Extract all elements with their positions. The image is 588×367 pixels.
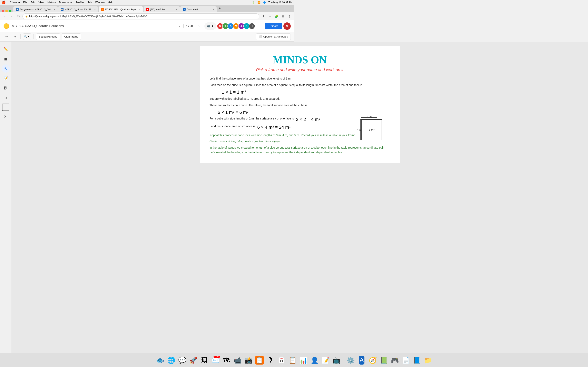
formula-1-text: 1 × 1 = 1 m² [222, 90, 246, 95]
menu-file[interactable]: File [23, 1, 27, 4]
tab-label-2: MBF3C1-3_Virtual SS-222... [65, 8, 93, 11]
overflow-menu-button[interactable]: ⋮ [257, 23, 263, 29]
sticky-note-tool[interactable]: 📝 [2, 74, 10, 82]
meet-label: ▼ [211, 25, 214, 27]
tab-label-3: MBF3C- U3A1-Quadratic Equa... [105, 8, 138, 11]
extensions-icon[interactable]: 🧩 [274, 13, 279, 19]
tab-favicon-3: J [101, 8, 104, 11]
para-1: Let's find the surface area of a cube th… [209, 76, 294, 81]
app-bar-right: 📹 ▼ S T A M J K +3 ⋮ ↑ Share S [204, 22, 291, 30]
menu-window[interactable]: Window [95, 1, 104, 4]
zoom-control[interactable]: 🔍 ▼ [23, 33, 31, 40]
open-on-jamboard-button[interactable]: ⬜ Open on a Jamboard [256, 33, 291, 40]
profile-icon[interactable]: ⊞ [280, 13, 286, 19]
menu-help[interactable]: Help [108, 1, 113, 4]
more-menu-icon[interactable]: ⋮ [287, 13, 292, 19]
menu-history[interactable]: History [47, 1, 56, 4]
user-avatar[interactable]: S [283, 22, 291, 30]
jamboard-logo: 🟡 [3, 23, 9, 29]
zoom-dropdown-icon: ▼ [27, 35, 30, 38]
app-title: MBF3C- U3A1-Quadratic Equations [12, 24, 174, 28]
open-jamboard-icon: ⬜ [259, 35, 262, 38]
share-icon: ↑ [268, 25, 270, 28]
menu-tab[interactable]: Tab [87, 1, 92, 4]
new-tab-button[interactable]: + [217, 6, 223, 11]
formula-4-text: 6 × 4 m² = 24 m² [257, 125, 291, 130]
tab-virtual-ss[interactable]: 📋 MBF3C1-3_Virtual SS-222... × [58, 6, 98, 12]
para-3: Square with sides labelled as 1 m, area … [209, 96, 294, 101]
undo-button[interactable]: ↩ [3, 33, 10, 40]
menu-view[interactable]: View [38, 1, 44, 4]
tab-close-2[interactable]: × [94, 8, 96, 11]
traffic-light-minimize[interactable] [5, 10, 8, 12]
zoom-icon: 🔍 [24, 35, 27, 38]
jamboard-frame[interactable]: MINDS ON Pick a frame and write your nam… [200, 46, 294, 163]
para-4: There are six faces on a cube. Therefore… [209, 103, 294, 108]
menu-edit[interactable]: Edit [31, 1, 35, 4]
traffic-light-close[interactable] [2, 10, 4, 12]
tab-close-4[interactable]: × [176, 8, 177, 11]
bookmark-star-icon[interactable]: ☆ [267, 13, 273, 19]
pen-tool[interactable]: ✏️ [2, 45, 10, 53]
tab-jamboard-active[interactable]: J MBF3C- U3A1-Quadratic Equa... × [98, 6, 143, 12]
main-content-area: MINDS ON Pick a frame and write your nam… [11, 42, 294, 184]
tab-youtube[interactable]: ▶ (717) YouTube × [143, 6, 180, 12]
formula-2-text: 6 × 1 m² = 6 m² [218, 110, 248, 115]
shape-tool[interactable]: ○ [2, 94, 10, 102]
menubar: 🍎 Chrome File Edit View History Bookmark… [0, 0, 294, 5]
frame-title: MINDS ON [209, 54, 294, 66]
frame-navigation: ‹ 1 / 20 › [177, 23, 202, 29]
toolbar-separator-1 [20, 34, 21, 39]
para-6-area: , and the surface area of six faces is 6… [209, 124, 294, 131]
formula-1-area: 1 × 1 = 1 m² [222, 90, 294, 95]
address-bar[interactable]: 🔒 https://jamboard.google.com/d/1qdLfc2e… [22, 13, 259, 19]
image-tool[interactable]: 🖼 [2, 84, 10, 92]
toolbar-separator-2 [34, 34, 34, 39]
tab-label-1: Assignments - MBF3C1-3_ Virt... [20, 8, 53, 11]
tab-label-5: Dashboard [187, 8, 212, 11]
select-tool[interactable]: ↖ [2, 64, 10, 73]
tab-bar: 📋 Assignments - MBF3C1-3_ Virt... × 📋 MB… [0, 5, 294, 12]
menubar-datetime: Thu May 11 10:32 AM [268, 1, 292, 4]
open-jamboard-label: Open on a Jamboard [263, 35, 288, 38]
traffic-light-fullscreen[interactable] [9, 10, 11, 12]
tab-close-3[interactable]: × [139, 8, 141, 11]
next-frame-button[interactable]: › [196, 23, 202, 29]
security-lock-icon: 🔒 [25, 15, 28, 17]
avatar-more: +3 [249, 23, 255, 29]
clear-frame-button[interactable]: Clear frame [62, 33, 81, 40]
share-button[interactable]: ↑ Share [265, 23, 282, 29]
menu-chrome[interactable]: Chrome [10, 1, 20, 4]
textbox-tool[interactable] [2, 104, 9, 111]
para-2: Each face on the cube is a square. Since… [209, 83, 294, 87]
eraser-tool[interactable]: ◼ [2, 55, 10, 63]
nav-bar: ‹ › ↻ 🔒 https://jamboard.google.com/d/1q… [0, 12, 294, 20]
refresh-button[interactable]: ↻ [16, 13, 21, 19]
toolbar-right: ⬜ Open on a Jamboard [256, 33, 291, 40]
tab-assignments[interactable]: 📋 Assignments - MBF3C1-3_ Virt... × [13, 6, 58, 12]
tab-dashboard[interactable]: ★ Dashboard × [180, 6, 217, 12]
address-url-text: https://jamboard.google.com/d/1qdLfc2eD_… [29, 15, 257, 18]
meet-button[interactable]: 📹 ▼ [204, 22, 216, 30]
green-text-1: Repeat this procedure for cubes with sid… [209, 133, 294, 137]
tab-close-1[interactable]: × [54, 8, 55, 11]
forward-button[interactable]: › [9, 13, 14, 19]
para-5-area: For a cube with side lengths of 2 m, the… [209, 116, 294, 123]
frame-counter[interactable]: 1 / 20 [183, 24, 195, 28]
menu-bookmarks[interactable]: Bookmarks [59, 1, 72, 4]
tab-close-5[interactable]: × [213, 8, 214, 11]
download-icon[interactable]: ⬇ [260, 13, 266, 19]
apple-menu[interactable]: 🍎 [2, 0, 6, 4]
tab-favicon-4: ▶ [146, 8, 149, 11]
prev-frame-button[interactable]: ‹ [177, 23, 182, 29]
tab-favicon-2: 📋 [61, 8, 63, 11]
toolbar: ↩ ↪ 🔍 ▼ Set background Clear frame ⬜ Ope… [0, 32, 294, 42]
formula-2-area: 6 × 1 m² = 6 m² [218, 110, 294, 115]
meet-icon: 📹 [207, 25, 210, 27]
menu-profiles[interactable]: Profiles [76, 1, 84, 4]
back-button[interactable]: ‹ [2, 13, 7, 19]
laser-tool[interactable]: ✈ [0, 111, 11, 122]
redo-button[interactable]: ↪ [11, 33, 18, 40]
menubar-wifi: 📶 [258, 1, 260, 4]
set-background-button[interactable]: Set background [36, 33, 60, 40]
